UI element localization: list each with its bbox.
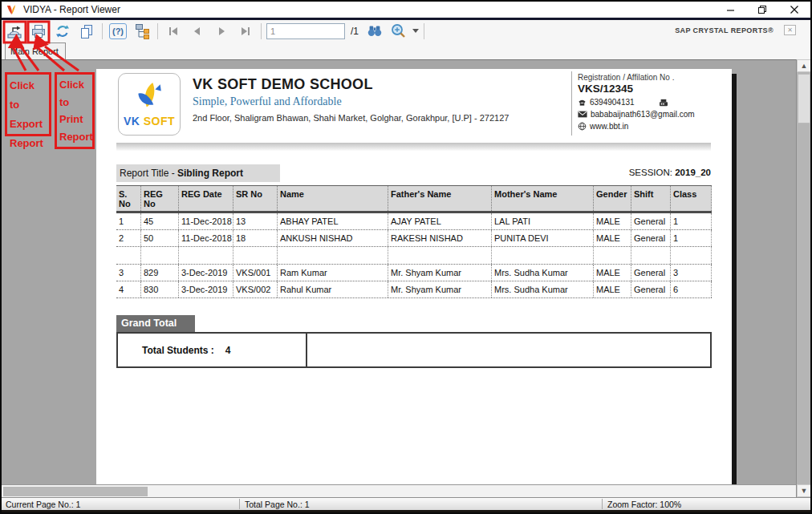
refresh-button[interactable] [52, 21, 73, 42]
table-cell: 3-Dec-2019 [179, 265, 233, 281]
restore-button[interactable] [746, 2, 778, 18]
table-header-cell: SR No [233, 186, 278, 211]
table-cell: 50 [141, 230, 179, 246]
window-bottom-edge [2, 510, 810, 512]
website-globe-icon [578, 122, 587, 131]
binoculars-icon [366, 22, 384, 40]
session-info: SESSION: 2019_20 [629, 168, 711, 177]
export-icon [6, 22, 23, 40]
close-icon [790, 5, 799, 14]
email-icon [578, 111, 587, 118]
last-page-icon [238, 24, 253, 38]
table-cell: 45 [141, 213, 179, 229]
school-address: 2nd Floor, Shaligram Bhawan, Shahi Marke… [193, 113, 509, 123]
first-page-button[interactable] [163, 21, 184, 42]
toolbar-separator [102, 23, 103, 39]
table-cell: 18 [233, 230, 278, 246]
group-tree-button[interactable] [132, 21, 152, 42]
minimize-button[interactable] [714, 2, 746, 18]
print-button[interactable] [28, 21, 49, 42]
table-cell: ANKUSH NISHAD [278, 230, 388, 246]
page-total-label: /1 [351, 26, 359, 37]
print-icon [30, 22, 47, 40]
table-cell: ABHAY PATEL [278, 213, 388, 229]
table-spacer-row [116, 247, 712, 265]
table-row: 3 829 3-Dec-2019 VKS/001 Ram Kumar Mr. S… [116, 265, 712, 281]
grand-total-label: Grand Total [116, 315, 195, 332]
status-total-page: Total Page No.: 1 [245, 500, 310, 509]
table-cell: General [631, 281, 671, 297]
table-cell [116, 247, 141, 264]
table-header-cell: Class [671, 186, 712, 211]
status-zoom-factor: Zoom Factor: 100% [607, 500, 681, 509]
logo-bird-icon [132, 82, 167, 114]
close-button[interactable] [778, 2, 810, 18]
report-viewer-area: VK SOFT VK SOFT DEMO SCHOOL Simple, Powe… [2, 59, 810, 484]
table-header-cell: Shift [631, 186, 671, 211]
table-cell: Mrs. Sudha Kumar [492, 281, 594, 297]
report-title-name: Sibling Report [177, 168, 243, 179]
zoom-dropdown-caret-icon[interactable] [412, 29, 419, 33]
table-cell: Mr. Shyam Kumar [388, 281, 492, 297]
table-cell: Mrs. Sudha Kumar [492, 265, 594, 281]
table-cell: 2 [116, 230, 141, 246]
table-cell [278, 247, 388, 264]
grand-total-box: Total Students : 4 [116, 332, 712, 368]
toolbar: (?) /1 [2, 20, 810, 42]
phone-icon [578, 98, 587, 107]
website-url: www.bbt.in [590, 122, 628, 131]
table-cell: Mr. Shyam Kumar [388, 265, 492, 281]
email-address: bababaijnath613@gmail.com [591, 110, 695, 119]
registration-number: VKS/12345 [578, 83, 726, 95]
print-annotation: Click to Print Report [55, 72, 95, 149]
crystal-reports-brand: SAP CRYSTAL REPORTS® [675, 26, 773, 34]
fax-icon [659, 99, 668, 107]
scroll-down-button[interactable]: ▼ [797, 484, 811, 497]
table-cell: 11-Dec-2018 [179, 213, 233, 229]
vertical-scrollbar[interactable]: ▲ ▼ [796, 59, 810, 497]
table-cell [179, 247, 233, 264]
prev-page-button[interactable] [187, 21, 208, 42]
horizontal-scrollbar[interactable] [2, 484, 796, 497]
tab-main-report[interactable]: Main Report [5, 42, 66, 59]
table-cell: 6 [671, 281, 712, 297]
export-button[interactable] [4, 21, 25, 42]
total-students-label: Total Students : [142, 345, 214, 356]
table-cell: General [631, 265, 671, 281]
table-cell: Rahul Kumar [278, 281, 388, 297]
table-row: 1 45 11-Dec-2018 13 ABHAY PATEL AJAY PAT… [116, 213, 712, 230]
table-cell: 13 [233, 213, 278, 229]
help-button[interactable]: (?) [108, 21, 128, 42]
phone-number: 6394904131 [590, 98, 635, 107]
window-title: VIDYA - Report Viewer [23, 4, 120, 15]
table-row: 2 50 11-Dec-2018 18 ANKUSH NISHAD RAKESH… [116, 230, 712, 247]
vertical-scroll-thumb[interactable] [798, 74, 810, 123]
school-name: VK SOFT DEMO SCHOOL [193, 76, 373, 93]
find-button[interactable] [364, 21, 385, 42]
table-cell: 829 [141, 265, 179, 281]
table-cell [594, 247, 631, 264]
scroll-up-button[interactable]: ▲ [797, 59, 811, 72]
help-icon: (?) [109, 23, 127, 39]
logo-text-soft: SOFT [144, 115, 175, 127]
zoom-button[interactable] [388, 21, 409, 42]
horizontal-scroll-thumb[interactable] [3, 487, 148, 496]
session-label: SESSION: [629, 168, 676, 177]
table-cell: MALE [594, 281, 631, 297]
broken-image-icon: ✕ [784, 25, 796, 35]
table-header-cell: REG No [141, 186, 179, 211]
app-icon [6, 4, 18, 16]
next-page-button[interactable] [211, 21, 232, 42]
table-cell: 11-Dec-2018 [179, 230, 233, 246]
page-number-input[interactable] [266, 23, 345, 39]
phone-row: 6394904131 [578, 98, 726, 107]
last-page-button[interactable] [235, 21, 256, 42]
total-students-value: 4 [225, 345, 231, 356]
table-cell: RAKESH NISHAD [388, 230, 492, 246]
copy-button[interactable] [76, 21, 97, 42]
table-cell: PUNITA DEVI [492, 230, 594, 246]
next-page-icon [214, 24, 229, 38]
table-cell: MALE [594, 265, 631, 281]
status-bar: Current Page No.: 1 Total Page No.: 1 Zo… [2, 497, 810, 510]
table-cell: AJAY PATEL [388, 213, 492, 229]
